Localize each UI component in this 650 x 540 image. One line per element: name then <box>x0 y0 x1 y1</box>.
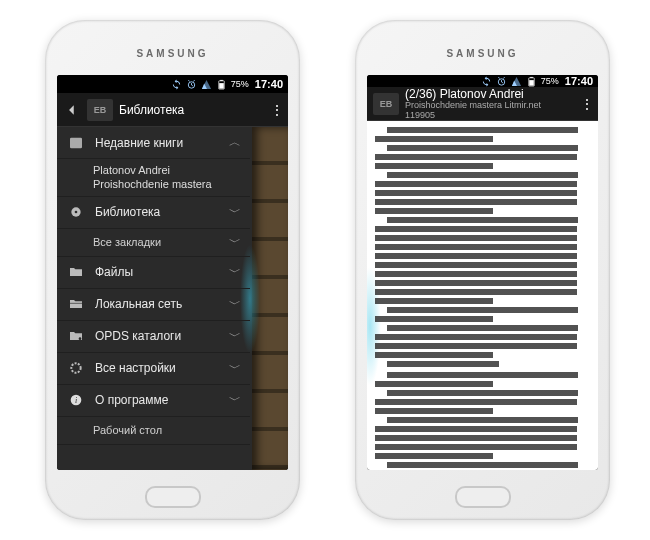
book-author: Platonov Andrei <box>93 163 242 177</box>
back-button[interactable] <box>57 103 87 117</box>
menu-label: Локальная сеть <box>95 297 228 311</box>
menu-item-bookmarks[interactable]: Все закладки ﹀ <box>57 229 250 257</box>
phone-mockup-left: SAMSUNG 75% 17:40 EB Библиотека ⋮ Недавн… <box>45 20 300 520</box>
menu-item-library[interactable]: Библиотека ﹀ <box>57 197 250 229</box>
svg-point-6 <box>75 211 78 214</box>
app-header: EB (2/36) Platonov Andrei Proishochdenie… <box>367 87 598 121</box>
alarm-icon <box>496 76 507 87</box>
home-button[interactable] <box>145 486 201 508</box>
app-logo-icon: EB <box>87 99 113 121</box>
chevron-down-icon: ﹀ <box>228 328 242 345</box>
catalog-icon <box>67 327 85 345</box>
home-button[interactable] <box>455 486 511 508</box>
battery-percent: 75% <box>541 76 559 86</box>
menu-label: Файлы <box>95 265 228 279</box>
overflow-menu-button[interactable]: ⋮ <box>576 96 598 112</box>
recent-book-item[interactable]: Platonov Andrei Proishochdenie mastera <box>57 159 250 197</box>
svg-rect-2 <box>219 83 224 89</box>
sync-icon <box>171 79 182 90</box>
menu-item-about[interactable]: i О программе ﹀ <box>57 385 250 417</box>
menu-item-files[interactable]: Файлы ﹀ <box>57 257 250 289</box>
chevron-down-icon: ﹀ <box>228 234 242 251</box>
status-clock: 17:40 <box>255 78 283 90</box>
menu-label: О программе <box>95 393 228 407</box>
status-clock: 17:40 <box>565 75 593 87</box>
header-line1: (2/36) Platonov Andrei <box>405 87 524 101</box>
reading-page[interactable] <box>367 121 598 470</box>
status-bar: 75% 17:40 <box>57 75 288 93</box>
menu-item-opds[interactable]: OPDS каталоги ﹀ <box>57 321 250 353</box>
menu-label: Все закладки <box>93 236 228 248</box>
chevron-down-icon: ﹀ <box>228 264 242 281</box>
reading-header-title: (2/36) Platonov Andrei Proishochdenie ma… <box>405 87 576 121</box>
chevron-down-icon: ﹀ <box>228 392 242 409</box>
svg-rect-14 <box>529 80 534 86</box>
chevron-down-icon: ﹀ <box>228 360 242 377</box>
svg-rect-3 <box>220 79 223 80</box>
battery-percent: 75% <box>231 79 249 89</box>
signal-icon <box>511 76 522 87</box>
app-logo-icon[interactable]: EB <box>373 93 399 115</box>
library-icon <box>67 203 85 221</box>
overflow-menu-button[interactable]: ⋮ <box>266 102 288 118</box>
sync-icon <box>481 76 492 87</box>
gear-icon <box>67 359 85 377</box>
book-title: Proishochdenie mastera <box>93 177 242 191</box>
menu-list: Недавние книги ︿ Platonov Andrei Proisho… <box>57 127 288 445</box>
app-header: EB Библиотека ⋮ <box>57 93 288 127</box>
svg-text:i: i <box>75 396 77 405</box>
battery-icon <box>216 79 227 90</box>
chevron-down-icon: ﹀ <box>228 296 242 313</box>
menu-label: Библиотека <box>95 205 228 219</box>
svg-point-8 <box>74 366 78 370</box>
chevron-up-icon: ︿ <box>228 134 242 151</box>
alarm-icon <box>186 79 197 90</box>
status-bar: 75% 17:40 <box>367 75 598 87</box>
battery-icon <box>526 76 537 87</box>
network-icon <box>67 295 85 313</box>
menu-item-desktop[interactable]: Рабочий стол <box>57 417 250 445</box>
signal-icon <box>201 79 212 90</box>
menu-label: Недавние книги <box>95 136 228 150</box>
menu-item-settings[interactable]: Все настройки ﹀ <box>57 353 250 385</box>
menu-label: OPDS каталоги <box>95 329 228 343</box>
chevron-down-icon: ﹀ <box>228 204 242 221</box>
screen-right: 75% 17:40 EB (2/36) Platonov Andrei Proi… <box>367 75 598 470</box>
sidebar-body: Недавние книги ︿ Platonov Andrei Proisho… <box>57 127 288 470</box>
menu-item-lan[interactable]: Локальная сеть ﹀ <box>57 289 250 321</box>
device-brand: SAMSUNG <box>355 48 610 59</box>
folder-icon <box>67 263 85 281</box>
header-line3: 119905 <box>405 111 576 121</box>
app-small-icon <box>67 134 85 152</box>
phone-mockup-right: SAMSUNG 75% 17:40 EB (2/36) Platonov And… <box>355 20 610 520</box>
menu-label: Все настройки <box>95 361 228 375</box>
info-icon: i <box>67 391 85 409</box>
svg-point-7 <box>79 337 82 340</box>
menu-item-recent[interactable]: Недавние книги ︿ <box>57 127 250 159</box>
svg-rect-15 <box>530 76 533 77</box>
svg-rect-4 <box>70 137 82 148</box>
device-brand: SAMSUNG <box>45 48 300 59</box>
header-title: Библиотека <box>119 103 266 117</box>
screen-left: 75% 17:40 EB Библиотека ⋮ Недавние книги… <box>57 75 288 470</box>
menu-label: Рабочий стол <box>93 424 242 436</box>
